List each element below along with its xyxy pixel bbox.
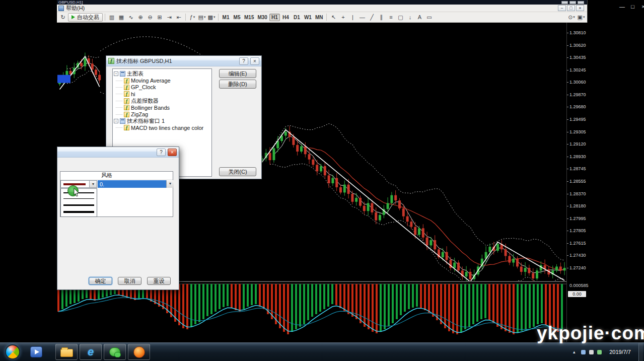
edit-button[interactable]: 编辑(E) xyxy=(219,69,256,78)
line-style-option[interactable] xyxy=(63,204,94,206)
titlebar-button[interactable] xyxy=(569,1,576,4)
tray-volume-icon[interactable] xyxy=(589,350,594,354)
line-style-option[interactable] xyxy=(63,198,94,199)
trendline-icon[interactable]: ╱ xyxy=(367,13,376,22)
taskbar-item-explorer[interactable] xyxy=(55,344,78,360)
mdi-restore-button[interactable]: □ xyxy=(567,5,575,11)
indicators-dialog-titlebar[interactable]: ƒ 技术指标 GBPUSD,H1 ? × xyxy=(106,56,261,66)
timeframe-mn[interactable]: MN xyxy=(314,14,325,21)
tree-expander-icon[interactable]: - xyxy=(114,71,118,76)
periods-dropdown-icon[interactable]: ▤▾ xyxy=(197,13,206,22)
chevron-down-icon[interactable]: ▾ xyxy=(89,181,97,187)
bar-chart-icon[interactable]: ▥ xyxy=(107,13,116,22)
tray-network-icon[interactable] xyxy=(581,350,586,354)
help-button[interactable]: ? xyxy=(239,57,248,65)
tree-connector xyxy=(116,87,122,88)
close-icon[interactable]: × xyxy=(168,149,177,156)
tree-item[interactable]: ƒhi xyxy=(114,91,210,97)
titlebar-button[interactable] xyxy=(578,1,584,4)
width-combobox[interactable]: 0. ▾ xyxy=(98,180,174,188)
tree-item[interactable]: ƒ点差报数器 xyxy=(114,98,210,104)
auto-scroll-icon[interactable]: ⇥ xyxy=(165,13,174,22)
toolbar-separator xyxy=(105,14,105,21)
macd-indicator-pane[interactable] xyxy=(57,283,566,342)
ok-button[interactable]: 确定 xyxy=(89,277,112,285)
tree-group[interactable]: -主图表 xyxy=(114,70,210,77)
timeframe-h4[interactable]: H4 xyxy=(280,14,291,21)
reset-button[interactable]: 重设 xyxy=(147,277,171,285)
menu-item-help[interactable]: 帮助(H) xyxy=(66,5,85,12)
indicators-dialog-icon: ƒ xyxy=(108,58,114,64)
fibonacci-icon[interactable]: ≡ xyxy=(386,13,395,22)
tree-item[interactable]: ƒBollinger Bands xyxy=(114,104,210,111)
timeframe-h1[interactable]: H1 xyxy=(269,14,280,21)
crosshair-icon[interactable]: + xyxy=(338,13,347,22)
zoom-out-icon[interactable]: ⊖ xyxy=(146,13,155,22)
timeframe-m5[interactable]: M5 xyxy=(232,14,242,21)
close-icon[interactable]: × xyxy=(250,57,259,65)
chart-shift-icon[interactable]: ⇤ xyxy=(174,13,183,22)
indicators-dropdown-icon[interactable]: ƒ▾ xyxy=(188,13,197,22)
tray-app-icon[interactable] xyxy=(597,350,602,354)
shapes-icon[interactable]: ▢ xyxy=(396,13,405,22)
layout-icon[interactable]: ▣▾ xyxy=(577,13,586,22)
taskbar-clock[interactable]: 2019/7/7 xyxy=(605,349,635,355)
arrow-tool-icon[interactable]: ↓ xyxy=(405,13,414,22)
color-combobox[interactable]: ▾ xyxy=(60,180,97,188)
autotrading-button[interactable]: 自动交易 xyxy=(68,13,103,22)
horizontal-line-icon[interactable]: — xyxy=(357,13,367,22)
player-icon xyxy=(30,346,42,357)
tree-item-label: ZigZag xyxy=(131,111,148,117)
search-icon[interactable]: ⊙▾ xyxy=(567,13,576,22)
title-bar[interactable]: GBPUSD,H1] xyxy=(57,0,587,5)
timeframe-d1[interactable]: D1 xyxy=(292,14,302,21)
timeframe-m15[interactable]: M15 xyxy=(243,14,255,21)
tree-group[interactable]: -技术指标窗口 1 xyxy=(114,118,210,124)
taskbar-item-player[interactable] xyxy=(25,344,47,360)
taskbar-item-internet-explorer[interactable]: e xyxy=(80,344,102,360)
tree-item[interactable]: ƒGP_Clock xyxy=(114,84,210,91)
tree-item[interactable]: ƒMACD two lines change color xyxy=(114,124,210,131)
cursor-icon[interactable]: ↖ xyxy=(329,13,338,22)
zoom-in-icon[interactable]: ⊕ xyxy=(136,13,145,22)
taskbar-item-browser[interactable] xyxy=(128,344,150,360)
taskbar-item-wechat[interactable] xyxy=(104,344,126,360)
line-style-option[interactable] xyxy=(63,211,94,213)
vertical-line-icon[interactable]: | xyxy=(348,13,357,22)
price-axis-label: 1.29680 xyxy=(569,104,586,109)
show-desktop-button[interactable] xyxy=(638,343,643,361)
tile-windows-icon[interactable]: ⊞ xyxy=(155,13,164,22)
line-chart-icon[interactable]: ∿ xyxy=(126,13,135,22)
mdi-close-button[interactable]: × xyxy=(576,5,584,11)
tree-item[interactable]: ƒMoving Average xyxy=(114,77,210,84)
properties-dialog-titlebar[interactable]: ? × xyxy=(57,147,179,158)
channel-icon[interactable]: ∥ xyxy=(377,13,386,22)
timeframe-w1[interactable]: W1 xyxy=(303,14,313,21)
window-minimize-button[interactable]: — xyxy=(619,4,625,10)
mdi-minimize-button[interactable]: − xyxy=(558,5,566,11)
tree-item[interactable]: ƒZigZag xyxy=(114,111,210,117)
price-axis[interactable]: 1.308101.306201.304351.302451.300601.298… xyxy=(566,23,588,342)
tray-expand-icon[interactable]: ▴ xyxy=(570,349,578,354)
taskbar: e ▴ 2019/7/7 xyxy=(0,342,644,361)
price-axis-label: 1.30060 xyxy=(569,80,586,85)
cancel-button[interactable]: 取消 xyxy=(118,277,141,285)
templates-dropdown-icon[interactable]: ▩▾ xyxy=(207,13,216,22)
price-axis-label: 1.30810 xyxy=(569,30,586,35)
window-restore-button[interactable]: □ xyxy=(629,4,636,10)
label-tool-icon[interactable]: ▭ xyxy=(424,13,434,22)
text-tool-icon[interactable]: A xyxy=(415,13,424,22)
price-axis-label: 1.30245 xyxy=(569,67,586,73)
window-close-button[interactable]: × xyxy=(640,4,644,10)
chevron-down-icon[interactable]: ▾ xyxy=(166,180,174,188)
help-button[interactable]: ? xyxy=(157,149,166,156)
candlestick-chart-icon[interactable]: ▦ xyxy=(117,13,126,22)
tree-expander-icon[interactable]: - xyxy=(114,119,118,123)
titlebar-button[interactable] xyxy=(561,1,568,4)
timeframe-m30[interactable]: M30 xyxy=(256,14,268,21)
delete-button[interactable]: 删除(D) xyxy=(219,80,256,89)
start-button[interactable] xyxy=(5,344,20,359)
refresh-icon[interactable]: ↻ xyxy=(58,13,67,22)
timeframe-m1[interactable]: M1 xyxy=(221,14,231,21)
close-button[interactable]: 关闭(C) xyxy=(219,167,256,176)
